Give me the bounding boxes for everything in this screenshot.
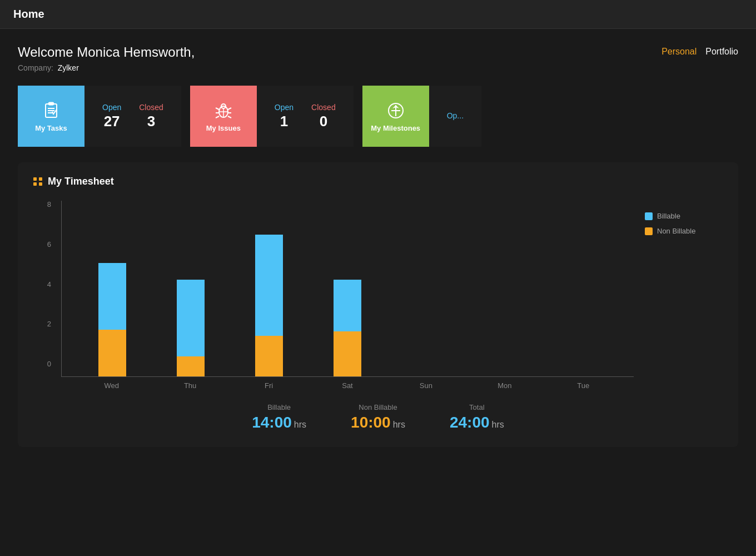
milestones-widget[interactable]: My Milestones Op... bbox=[362, 86, 481, 147]
welcome-greeting: Welcome Monica Hemsworth, bbox=[18, 44, 195, 60]
tasks-open-label: Open bbox=[102, 103, 121, 112]
bar-nonbillable-sat bbox=[334, 331, 361, 376]
tasks-icon bbox=[41, 101, 61, 121]
tasks-open-stat: Open 27 bbox=[102, 103, 121, 130]
svg-line-10 bbox=[228, 108, 231, 110]
bar-nonbillable-wed bbox=[98, 330, 126, 376]
summary-billable-value: 14:00hrs bbox=[252, 414, 306, 431]
x-label-fri: Fri bbox=[230, 381, 308, 390]
x-label-wed: Wed bbox=[72, 381, 151, 390]
x-label-thu: Thu bbox=[151, 381, 229, 390]
summary-nonbillable-value: 10:00hrs bbox=[351, 414, 405, 431]
tasks-closed-label: Closed bbox=[139, 103, 163, 112]
svg-line-12 bbox=[228, 116, 231, 118]
milestones-open-stat: Op... bbox=[447, 111, 464, 121]
card-sep-2 bbox=[354, 86, 362, 147]
bar-billable-wed bbox=[98, 263, 126, 330]
summary-billable-label: Billable bbox=[252, 403, 306, 411]
bar-group-sun bbox=[387, 201, 465, 376]
issues-closed-value: 0 bbox=[320, 113, 327, 130]
chart-main: 8 6 4 2 0 WedThuFriSatSunMonTue bbox=[33, 201, 634, 390]
x-label-sat: Sat bbox=[308, 381, 386, 390]
summary-total-label: Total bbox=[450, 403, 504, 411]
bar-group-thu bbox=[151, 201, 230, 376]
summary-total: Total 24:00hrs bbox=[450, 403, 504, 431]
bar-group-sat bbox=[309, 201, 387, 376]
tab-portfolio[interactable]: Portfolio bbox=[705, 47, 738, 57]
tasks-icon-block: My Tasks bbox=[18, 86, 84, 147]
nonbillable-legend-label: Non Billable bbox=[657, 227, 695, 235]
card-sep-1 bbox=[181, 86, 190, 147]
tab-switcher: Personal Portfolio bbox=[662, 47, 738, 57]
x-label-tue: Tue bbox=[544, 381, 623, 390]
milestones-icon bbox=[386, 101, 406, 121]
legend-billable: Billable bbox=[645, 212, 712, 220]
issues-closed-label: Closed bbox=[311, 103, 336, 112]
y-label-8: 8 bbox=[47, 201, 51, 208]
page-title: Home bbox=[13, 8, 44, 20]
welcome-info: Welcome Monica Hemsworth, Company: Zylke… bbox=[18, 44, 195, 72]
issues-widget[interactable]: My Issues Open 1 Closed 0 bbox=[190, 86, 354, 147]
bar-group-tue bbox=[544, 201, 623, 376]
bar-billable-sat bbox=[334, 280, 361, 331]
issues-open-stat: Open 1 bbox=[275, 103, 294, 130]
y-label-4: 4 bbox=[47, 281, 51, 288]
issues-open-value: 1 bbox=[280, 113, 288, 130]
company-row: Company: Zylker bbox=[18, 63, 195, 72]
milestones-stats: Op... bbox=[429, 86, 481, 147]
welcome-row: Welcome Monica Hemsworth, Company: Zylke… bbox=[18, 44, 738, 72]
x-labels: WedThuFriSatSunMonTue bbox=[61, 381, 634, 390]
y-axis: 8 6 4 2 0 bbox=[33, 201, 56, 368]
issues-icon-label: My Issues bbox=[206, 124, 241, 132]
chart-legend: Billable Non Billable bbox=[634, 201, 723, 390]
tasks-open-value: 27 bbox=[104, 113, 120, 130]
timesheet-header: My Timesheet bbox=[33, 176, 723, 187]
summary-nonbillable-label: Non Billable bbox=[351, 403, 405, 411]
summary-total-value: 24:00hrs bbox=[450, 414, 504, 431]
bars-section bbox=[61, 201, 634, 377]
tab-personal[interactable]: Personal bbox=[662, 47, 697, 57]
bar-group-wed bbox=[73, 201, 151, 376]
timesheet-card: My Timesheet 8 6 4 2 0 bbox=[18, 162, 738, 447]
summary-nonbillable: Non Billable 10:00hrs bbox=[351, 403, 405, 431]
issues-open-label: Open bbox=[275, 103, 294, 112]
bar-group-fri bbox=[230, 201, 309, 376]
chart-area: 8 6 4 2 0 WedThuFriSatSunMonTue bbox=[33, 201, 723, 390]
svg-line-9 bbox=[216, 116, 219, 118]
main-content: Welcome Monica Hemsworth, Company: Zylke… bbox=[0, 29, 756, 463]
bar-billable-thu bbox=[177, 280, 205, 356]
tasks-closed-value: 3 bbox=[147, 113, 155, 130]
milestones-icon-block: My Milestones bbox=[362, 86, 429, 147]
bar-group-mon bbox=[465, 201, 544, 376]
chart-container: 8 6 4 2 0 WedThuFriSatSunMonTue bbox=[33, 201, 634, 390]
y-label-0: 0 bbox=[47, 360, 51, 368]
bar-billable-fri bbox=[255, 235, 283, 336]
chart-inner: WedThuFriSatSunMonTue bbox=[61, 201, 634, 390]
legend-nonbillable: Non Billable bbox=[645, 227, 712, 235]
top-bar: Home bbox=[0, 0, 756, 29]
issues-stats: Open 1 Closed 0 bbox=[257, 86, 354, 147]
milestones-icon-label: My Milestones bbox=[371, 124, 420, 132]
tasks-stats: Open 27 Closed 3 bbox=[84, 86, 181, 147]
bar-nonbillable-thu bbox=[177, 356, 205, 376]
tasks-icon-label: My Tasks bbox=[35, 124, 67, 132]
cards-row: My Tasks Open 27 Closed 3 bbox=[18, 86, 738, 147]
x-label-sun: Sun bbox=[387, 381, 465, 390]
company-name: Zylker bbox=[58, 63, 79, 72]
timesheet-summary: Billable 14:00hrs Non Billable 10:00hrs … bbox=[33, 403, 723, 431]
nonbillable-dot bbox=[645, 227, 653, 235]
timesheet-dots-icon bbox=[33, 177, 42, 186]
bar-nonbillable-fri bbox=[255, 336, 283, 376]
timesheet-title: My Timesheet bbox=[48, 176, 114, 187]
tasks-widget[interactable]: My Tasks Open 27 Closed 3 bbox=[18, 86, 181, 147]
y-label-6: 6 bbox=[47, 241, 51, 248]
svg-line-7 bbox=[216, 108, 219, 110]
svg-rect-1 bbox=[48, 102, 54, 105]
tasks-closed-stat: Closed 3 bbox=[139, 103, 163, 130]
milestones-open-label: Op... bbox=[447, 111, 464, 120]
issues-icon-block: My Issues bbox=[190, 86, 257, 147]
company-label: Company: bbox=[18, 63, 53, 72]
issues-closed-stat: Closed 0 bbox=[311, 103, 336, 130]
y-label-2: 2 bbox=[47, 320, 51, 327]
billable-legend-label: Billable bbox=[657, 212, 680, 220]
